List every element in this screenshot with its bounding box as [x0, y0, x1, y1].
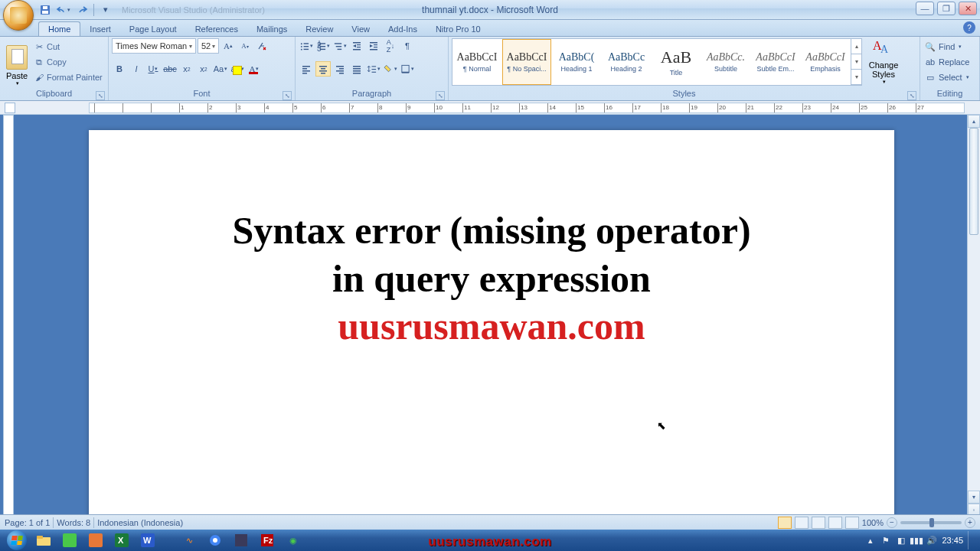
scroll-up-button[interactable]: ▴: [968, 115, 980, 128]
tab-page-layout[interactable]: Page Layout: [120, 22, 186, 36]
font-size-combo[interactable]: 52▾: [198, 38, 219, 54]
bold-button[interactable]: B: [112, 61, 127, 77]
cut-button[interactable]: ✂Cut: [32, 40, 104, 54]
tab-mailings[interactable]: Mailings: [247, 22, 296, 36]
style-heading-2[interactable]: AaBbCcHeading 2: [602, 39, 651, 85]
highlight-button[interactable]: ab▾: [230, 61, 245, 77]
taskbar-app-3-icon[interactable]: [229, 531, 253, 549]
tab-insert[interactable]: Insert: [80, 22, 120, 36]
numbering-button[interactable]: 123▾: [315, 38, 331, 54]
status-page[interactable]: Page: 1 of 1: [5, 518, 50, 527]
help-icon[interactable]: ?: [963, 21, 975, 34]
scroll-thumb[interactable]: [969, 128, 978, 235]
zoom-in-button[interactable]: +: [965, 517, 975, 528]
zoom-level[interactable]: 100%: [862, 518, 884, 527]
styles-expand[interactable]: ▾: [851, 70, 861, 85]
status-words[interactable]: Words: 8: [57, 518, 90, 527]
tab-view[interactable]: View: [342, 22, 379, 36]
taskbar-explorer-icon[interactable]: [31, 531, 56, 549]
taskbar-app-4-icon[interactable]: ◉: [281, 531, 305, 549]
styles-launcher[interactable]: ⤡: [907, 91, 916, 100]
style-no-spacing[interactable]: AaBbCcI¶ No Spaci...: [502, 39, 551, 85]
clipboard-launcher[interactable]: ⤡: [96, 91, 105, 100]
close-button[interactable]: ✕: [959, 2, 977, 15]
minimize-button[interactable]: —: [916, 2, 934, 15]
multilevel-list-button[interactable]: ▾: [332, 38, 348, 54]
status-language[interactable]: Indonesian (Indonesia): [97, 518, 183, 527]
style-title[interactable]: AaBTitle: [652, 39, 701, 85]
taskbar-chrome-icon[interactable]: [203, 531, 227, 549]
paragraph-launcher[interactable]: ⤡: [436, 91, 445, 100]
tray-network-icon[interactable]: ▮▮▮: [911, 535, 922, 546]
taskbar-rss-icon[interactable]: ∿: [177, 531, 201, 549]
style-emphasis[interactable]: AaBbCcIEmphasis: [801, 39, 850, 85]
tab-addins[interactable]: Add-Ins: [379, 22, 426, 36]
tab-review[interactable]: Review: [296, 22, 342, 36]
zoom-out-button[interactable]: −: [887, 517, 897, 528]
increase-indent-button[interactable]: [366, 38, 381, 54]
view-web-layout[interactable]: [812, 517, 825, 529]
zoom-slider[interactable]: [900, 521, 962, 524]
change-styles-button[interactable]: A A Change Styles ▾: [867, 38, 900, 86]
taskbar-excel-icon[interactable]: X: [109, 531, 134, 549]
tray-expand-icon[interactable]: ▴: [865, 535, 876, 546]
vertical-scrollbar[interactable]: ▴ ▾ ◦ ◦: [967, 115, 980, 530]
redo-icon[interactable]: [75, 3, 89, 17]
styles-scroll-up[interactable]: ▴: [851, 39, 861, 54]
style-subtle-emphasis[interactable]: AaBbCcISubtle Em...: [751, 39, 800, 85]
clear-formatting-button[interactable]: [254, 38, 270, 54]
style-subtitle[interactable]: AaBbCc.Subtitle: [701, 39, 750, 85]
sort-button[interactable]: AZ↓: [383, 38, 398, 54]
shading-button[interactable]: ▾: [383, 61, 398, 77]
replace-button[interactable]: abReplace: [923, 55, 971, 69]
start-button[interactable]: [3, 530, 31, 551]
copy-button[interactable]: ⧉Copy: [32, 55, 104, 69]
vertical-ruler[interactable]: [3, 115, 14, 530]
italic-button[interactable]: I: [129, 61, 144, 77]
align-right-button[interactable]: [332, 61, 348, 77]
font-name-combo[interactable]: Times New Roman▾: [112, 38, 196, 54]
font-launcher[interactable]: ⤡: [283, 91, 292, 100]
format-painter-button[interactable]: 🖌Format Painter: [32, 70, 104, 84]
taskbar-app-1-icon[interactable]: [57, 531, 82, 549]
taskbar-app-2-icon[interactable]: [83, 531, 108, 549]
decrease-indent-button[interactable]: [349, 38, 364, 54]
show-desktop-button[interactable]: [968, 531, 974, 549]
tray-clock[interactable]: 23:45: [942, 536, 963, 545]
style-heading-1[interactable]: AaBbC(Heading 1: [552, 39, 601, 85]
style-normal[interactable]: AaBbCcI¶ Normal: [452, 39, 501, 85]
tray-volume-icon[interactable]: 🔊: [926, 535, 937, 546]
view-full-screen[interactable]: [795, 517, 808, 529]
save-icon[interactable]: [38, 3, 52, 17]
qat-customize-icon[interactable]: ▾: [99, 3, 113, 17]
find-button[interactable]: 🔍Find▾: [923, 40, 971, 54]
office-button[interactable]: [3, 0, 34, 31]
show-marks-button[interactable]: ¶: [400, 38, 415, 54]
font-color-button[interactable]: A▾: [247, 61, 262, 77]
tab-home[interactable]: Home: [38, 21, 80, 36]
restore-button[interactable]: ❐: [937, 2, 956, 15]
strikethrough-button[interactable]: abc: [162, 61, 178, 77]
borders-button[interactable]: ▾: [400, 61, 415, 77]
taskbar-filezilla-icon[interactable]: Fz: [255, 531, 279, 549]
grow-font-button[interactable]: A▴: [220, 38, 236, 54]
superscript-button[interactable]: x2: [196, 61, 211, 77]
styles-scroll-down[interactable]: ▾: [851, 54, 861, 70]
justify-button[interactable]: [349, 61, 364, 77]
view-print-layout[interactable]: [778, 517, 792, 529]
change-case-button[interactable]: Aa▾: [213, 61, 228, 77]
paste-button[interactable]: Paste ▾: [3, 38, 31, 87]
scroll-down-button[interactable]: ▾: [968, 491, 980, 504]
tray-flag-icon[interactable]: ⚑: [880, 535, 891, 546]
shrink-font-button[interactable]: A▾: [237, 38, 253, 54]
ruler-toggle[interactable]: [5, 103, 15, 113]
document-page[interactable]: Syntax error (missing operator) in query…: [89, 130, 894, 530]
tray-app-icon[interactable]: ◧: [896, 535, 906, 546]
select-button[interactable]: ▭Select▾: [923, 70, 971, 84]
underline-button[interactable]: U▾: [145, 61, 161, 77]
horizontal-ruler[interactable]: 1234567891011121314151617181920212223242…: [89, 103, 965, 113]
line-spacing-button[interactable]: ▾: [366, 61, 381, 77]
subscript-button[interactable]: x2: [179, 61, 194, 77]
align-center-button[interactable]: [315, 61, 331, 77]
view-outline[interactable]: [828, 517, 842, 529]
